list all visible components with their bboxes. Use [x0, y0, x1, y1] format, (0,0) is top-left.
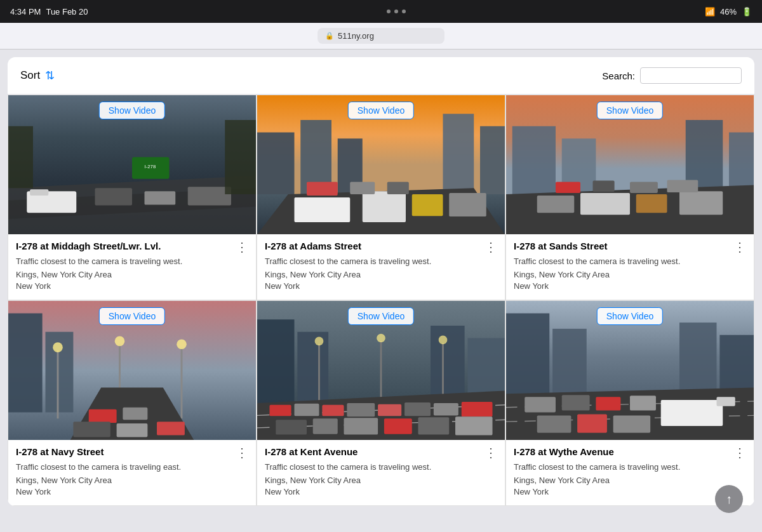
- card-title-5: I-278 at Kent Avenue: [265, 446, 479, 457]
- card-location-2: Kings, New York City Area New York: [265, 269, 497, 292]
- card-info-5: I-278 at Kent Avenue ⋮ Traffic closest t…: [257, 440, 505, 505]
- battery-level: 46%: [720, 7, 737, 17]
- svg-rect-35: [679, 191, 723, 215]
- card-title-row-5: I-278 at Kent Avenue ⋮: [265, 446, 497, 459]
- more-menu-1[interactable]: ⋮: [231, 241, 248, 253]
- sort-icon[interactable]: ⇅: [45, 69, 55, 83]
- card-desc-4: Traffic closest to the camera is traveli…: [16, 462, 248, 473]
- svg-rect-91: [661, 400, 723, 426]
- svg-rect-7: [188, 187, 231, 205]
- camera-card-2: Show Video I-278 at Adams Street ⋮ Traff…: [257, 95, 505, 300]
- svg-rect-6: [145, 191, 176, 204]
- svg-rect-51: [123, 408, 147, 420]
- card-location-1: Kings, New York City Area New York: [16, 269, 248, 292]
- status-left: 4:34 PM Tue Feb 20: [10, 7, 88, 17]
- svg-rect-13: [257, 133, 295, 195]
- svg-rect-95: [596, 397, 620, 410]
- svg-rect-92: [717, 397, 735, 406]
- svg-rect-81: [418, 417, 450, 434]
- browser-dots: [387, 10, 406, 13]
- scroll-top-icon: ↑: [726, 492, 732, 507]
- more-menu-6[interactable]: ⋮: [728, 446, 746, 459]
- svg-rect-37: [593, 181, 615, 192]
- scroll-to-top-button[interactable]: ↑: [715, 485, 743, 513]
- sort-area: Sort ⇅: [20, 69, 55, 83]
- status-right: 📶 46% 🔋: [705, 7, 752, 17]
- svg-rect-9: [225, 120, 256, 194]
- card-location-4: Kings, New York City Area New York: [16, 475, 248, 498]
- svg-rect-32: [537, 196, 575, 213]
- card-title-row-2: I-278 at Adams Street ⋮: [265, 241, 497, 253]
- card-location-6: Kings, New York City Area New York: [514, 475, 746, 498]
- card-title-row-6: I-278 at Wythe Avenue ⋮: [514, 446, 746, 459]
- sort-label[interactable]: Sort: [20, 69, 40, 82]
- show-video-btn-4[interactable]: Show Video: [99, 307, 165, 325]
- svg-rect-39: [667, 180, 698, 193]
- svg-point-46: [115, 336, 125, 347]
- svg-rect-41: [8, 313, 43, 412]
- svg-rect-23: [307, 182, 338, 196]
- video-area-1: I-278 Show Video: [8, 95, 256, 234]
- browser-chrome: 🔒 511ny.org: [0, 23, 762, 50]
- card-desc-2: Traffic closest to the camera is traveli…: [265, 256, 497, 267]
- camera-grid: I-278 Show Video I-278 at Middagh Street…: [8, 95, 754, 506]
- card-title-6: I-278 at Wythe Avenue: [514, 446, 728, 457]
- card-title-2: I-278 at Adams Street: [265, 241, 479, 251]
- more-menu-5[interactable]: ⋮: [479, 446, 497, 459]
- card-info-2: I-278 at Adams Street ⋮ Traffic closest …: [257, 234, 505, 300]
- more-menu-3[interactable]: ⋮: [728, 241, 746, 253]
- more-menu-2[interactable]: ⋮: [479, 241, 497, 253]
- svg-point-65: [439, 336, 448, 345]
- show-video-btn-3[interactable]: Show Video: [597, 102, 663, 119]
- card-title-4: I-278 at Navy Street: [16, 446, 231, 457]
- card-location-3: Kings, New York City Area New York: [514, 269, 746, 292]
- card-info-4: I-278 at Navy Street ⋮ Traffic closest t…: [8, 440, 256, 505]
- svg-rect-33: [580, 193, 630, 215]
- svg-rect-19: [295, 197, 351, 222]
- svg-rect-71: [322, 405, 344, 416]
- svg-rect-56: [257, 319, 295, 412]
- card-info-3: I-278 at Sands Street ⋮ Traffic closest …: [506, 234, 754, 300]
- svg-rect-8: [8, 126, 33, 189]
- svg-rect-99: [613, 415, 651, 432]
- svg-rect-69: [270, 405, 291, 416]
- more-menu-4[interactable]: ⋮: [231, 446, 248, 459]
- card-title-1: I-278 at Middagh Street/Lwr. Lvl.: [16, 241, 231, 251]
- card-title-row-3: I-278 at Sands Street ⋮: [514, 241, 746, 253]
- search-label: Search:: [602, 70, 635, 81]
- svg-rect-94: [562, 395, 590, 410]
- camera-card-5: Show Video I-278 at Kent Avenue ⋮ Traffi…: [257, 300, 505, 506]
- svg-rect-74: [404, 402, 431, 416]
- video-area-4: Show Video: [8, 301, 256, 440]
- video-area-2: Show Video: [257, 95, 505, 234]
- card-title-3: I-278 at Sands Street: [514, 241, 728, 251]
- lock-icon: 🔒: [325, 32, 334, 40]
- svg-rect-4: [30, 189, 48, 196]
- svg-rect-52: [73, 422, 110, 437]
- search-input[interactable]: [640, 67, 742, 84]
- toolbar: Sort ⇅ Search:: [8, 57, 754, 95]
- svg-rect-73: [378, 404, 401, 416]
- show-video-btn-5[interactable]: Show Video: [348, 307, 414, 325]
- url-bar[interactable]: 🔒 511ny.org: [318, 28, 444, 44]
- card-title-row-4: I-278 at Navy Street ⋮: [16, 446, 248, 459]
- svg-rect-54: [157, 422, 185, 435]
- svg-point-48: [177, 339, 187, 349]
- svg-text:I-278: I-278: [144, 164, 156, 170]
- svg-rect-76: [462, 402, 493, 416]
- svg-rect-20: [363, 191, 406, 222]
- svg-rect-80: [384, 418, 412, 434]
- show-video-btn-6[interactable]: Show Video: [597, 307, 663, 325]
- show-video-btn-1[interactable]: Show Video: [99, 102, 165, 119]
- search-area: Search:: [602, 67, 742, 84]
- camera-card-4: Show Video I-278 at Navy Street ⋮ Traffi…: [8, 300, 257, 506]
- svg-rect-77: [276, 420, 307, 434]
- svg-rect-78: [313, 418, 338, 434]
- svg-rect-96: [630, 396, 656, 410]
- video-area-6: Show Video: [506, 301, 754, 440]
- svg-point-61: [315, 336, 324, 345]
- video-area-5: Show Video: [257, 301, 505, 440]
- show-video-btn-2[interactable]: Show Video: [348, 102, 414, 119]
- url-text: 511ny.org: [338, 31, 374, 41]
- date: Tue Feb 20: [46, 7, 88, 17]
